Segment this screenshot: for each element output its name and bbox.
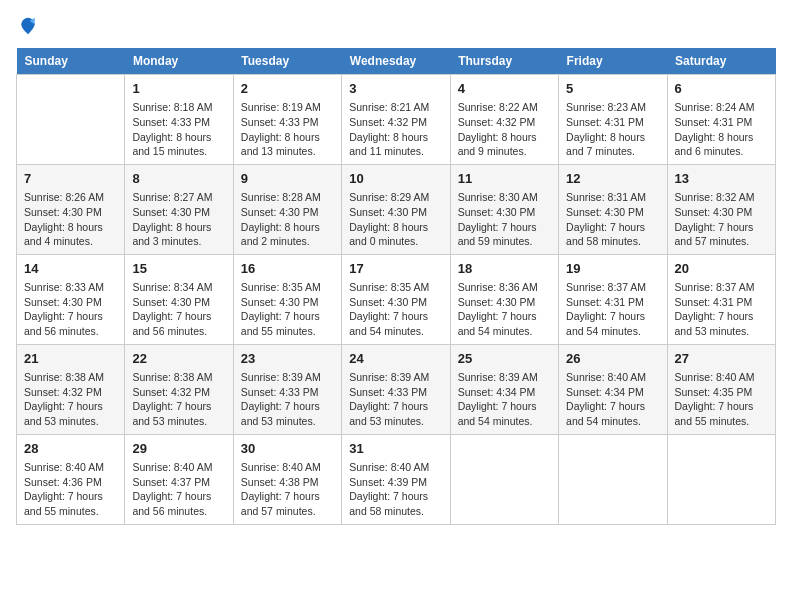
logo-icon: [18, 16, 38, 36]
calendar-cell: 18Sunrise: 8:36 AMSunset: 4:30 PMDayligh…: [450, 254, 558, 344]
day-number: 11: [458, 170, 551, 188]
daylight-text: Daylight: 8 hours and 11 minutes.: [349, 130, 442, 159]
day-number: 20: [675, 260, 768, 278]
sunrise-text: Sunrise: 8:34 AM: [132, 280, 225, 295]
sunset-text: Sunset: 4:32 PM: [458, 115, 551, 130]
day-number: 27: [675, 350, 768, 368]
sunrise-text: Sunrise: 8:29 AM: [349, 190, 442, 205]
sunset-text: Sunset: 4:32 PM: [349, 115, 442, 130]
daylight-text: Daylight: 7 hours and 53 minutes.: [132, 399, 225, 428]
daylight-text: Daylight: 7 hours and 54 minutes.: [566, 399, 659, 428]
calendar-cell: 8Sunrise: 8:27 AMSunset: 4:30 PMDaylight…: [125, 164, 233, 254]
calendar-cell: 7Sunrise: 8:26 AMSunset: 4:30 PMDaylight…: [17, 164, 125, 254]
sunrise-text: Sunrise: 8:39 AM: [458, 370, 551, 385]
sunset-text: Sunset: 4:30 PM: [675, 205, 768, 220]
day-number: 31: [349, 440, 442, 458]
daylight-text: Daylight: 8 hours and 0 minutes.: [349, 220, 442, 249]
calendar-cell: 27Sunrise: 8:40 AMSunset: 4:35 PMDayligh…: [667, 344, 775, 434]
calendar-week-row: 21Sunrise: 8:38 AMSunset: 4:32 PMDayligh…: [17, 344, 776, 434]
daylight-text: Daylight: 8 hours and 2 minutes.: [241, 220, 334, 249]
day-number: 13: [675, 170, 768, 188]
weekday-header-friday: Friday: [559, 48, 667, 75]
day-number: 22: [132, 350, 225, 368]
calendar-cell: 19Sunrise: 8:37 AMSunset: 4:31 PMDayligh…: [559, 254, 667, 344]
day-number: 26: [566, 350, 659, 368]
sunset-text: Sunset: 4:31 PM: [675, 115, 768, 130]
sunrise-text: Sunrise: 8:23 AM: [566, 100, 659, 115]
weekday-header-monday: Monday: [125, 48, 233, 75]
day-number: 5: [566, 80, 659, 98]
daylight-text: Daylight: 7 hours and 54 minutes.: [566, 309, 659, 338]
sunrise-text: Sunrise: 8:35 AM: [349, 280, 442, 295]
calendar-cell: 14Sunrise: 8:33 AMSunset: 4:30 PMDayligh…: [17, 254, 125, 344]
daylight-text: Daylight: 8 hours and 7 minutes.: [566, 130, 659, 159]
sunset-text: Sunset: 4:30 PM: [24, 295, 117, 310]
daylight-text: Daylight: 7 hours and 55 minutes.: [241, 309, 334, 338]
daylight-text: Daylight: 7 hours and 55 minutes.: [675, 399, 768, 428]
sunset-text: Sunset: 4:30 PM: [24, 205, 117, 220]
calendar-week-row: 1Sunrise: 8:18 AMSunset: 4:33 PMDaylight…: [17, 75, 776, 165]
logo: [16, 16, 38, 36]
day-number: 18: [458, 260, 551, 278]
day-number: 17: [349, 260, 442, 278]
sunrise-text: Sunrise: 8:38 AM: [24, 370, 117, 385]
calendar-cell: [559, 434, 667, 524]
calendar-cell: 20Sunrise: 8:37 AMSunset: 4:31 PMDayligh…: [667, 254, 775, 344]
daylight-text: Daylight: 8 hours and 6 minutes.: [675, 130, 768, 159]
day-number: 1: [132, 80, 225, 98]
sunrise-text: Sunrise: 8:28 AM: [241, 190, 334, 205]
calendar-table: SundayMondayTuesdayWednesdayThursdayFrid…: [16, 48, 776, 525]
sunrise-text: Sunrise: 8:40 AM: [349, 460, 442, 475]
daylight-text: Daylight: 7 hours and 58 minutes.: [349, 489, 442, 518]
daylight-text: Daylight: 7 hours and 53 minutes.: [349, 399, 442, 428]
weekday-header-tuesday: Tuesday: [233, 48, 341, 75]
sunset-text: Sunset: 4:30 PM: [349, 295, 442, 310]
sunset-text: Sunset: 4:30 PM: [458, 295, 551, 310]
calendar-cell: 29Sunrise: 8:40 AMSunset: 4:37 PMDayligh…: [125, 434, 233, 524]
calendar-cell: 13Sunrise: 8:32 AMSunset: 4:30 PMDayligh…: [667, 164, 775, 254]
calendar-cell: 31Sunrise: 8:40 AMSunset: 4:39 PMDayligh…: [342, 434, 450, 524]
sunset-text: Sunset: 4:31 PM: [566, 295, 659, 310]
sunrise-text: Sunrise: 8:32 AM: [675, 190, 768, 205]
calendar-cell: 26Sunrise: 8:40 AMSunset: 4:34 PMDayligh…: [559, 344, 667, 434]
calendar-cell: 15Sunrise: 8:34 AMSunset: 4:30 PMDayligh…: [125, 254, 233, 344]
sunset-text: Sunset: 4:38 PM: [241, 475, 334, 490]
calendar-week-row: 7Sunrise: 8:26 AMSunset: 4:30 PMDaylight…: [17, 164, 776, 254]
daylight-text: Daylight: 7 hours and 56 minutes.: [24, 309, 117, 338]
sunrise-text: Sunrise: 8:33 AM: [24, 280, 117, 295]
sunset-text: Sunset: 4:34 PM: [566, 385, 659, 400]
sunset-text: Sunset: 4:36 PM: [24, 475, 117, 490]
daylight-text: Daylight: 8 hours and 3 minutes.: [132, 220, 225, 249]
sunset-text: Sunset: 4:30 PM: [132, 205, 225, 220]
weekday-header-row: SundayMondayTuesdayWednesdayThursdayFrid…: [17, 48, 776, 75]
daylight-text: Daylight: 7 hours and 53 minutes.: [241, 399, 334, 428]
calendar-cell: [667, 434, 775, 524]
sunrise-text: Sunrise: 8:19 AM: [241, 100, 334, 115]
day-number: 21: [24, 350, 117, 368]
day-number: 14: [24, 260, 117, 278]
sunrise-text: Sunrise: 8:21 AM: [349, 100, 442, 115]
calendar-cell: 1Sunrise: 8:18 AMSunset: 4:33 PMDaylight…: [125, 75, 233, 165]
weekday-header-saturday: Saturday: [667, 48, 775, 75]
sunrise-text: Sunrise: 8:40 AM: [566, 370, 659, 385]
daylight-text: Daylight: 7 hours and 57 minutes.: [241, 489, 334, 518]
day-number: 30: [241, 440, 334, 458]
sunset-text: Sunset: 4:33 PM: [241, 385, 334, 400]
calendar-week-row: 14Sunrise: 8:33 AMSunset: 4:30 PMDayligh…: [17, 254, 776, 344]
day-number: 12: [566, 170, 659, 188]
day-number: 6: [675, 80, 768, 98]
sunrise-text: Sunrise: 8:40 AM: [675, 370, 768, 385]
sunset-text: Sunset: 4:31 PM: [566, 115, 659, 130]
page-header: [16, 16, 776, 36]
calendar-cell: 12Sunrise: 8:31 AMSunset: 4:30 PMDayligh…: [559, 164, 667, 254]
day-number: 24: [349, 350, 442, 368]
sunrise-text: Sunrise: 8:39 AM: [349, 370, 442, 385]
day-number: 2: [241, 80, 334, 98]
daylight-text: Daylight: 7 hours and 54 minutes.: [349, 309, 442, 338]
sunrise-text: Sunrise: 8:27 AM: [132, 190, 225, 205]
daylight-text: Daylight: 7 hours and 56 minutes.: [132, 309, 225, 338]
sunset-text: Sunset: 4:39 PM: [349, 475, 442, 490]
calendar-cell: [17, 75, 125, 165]
calendar-cell: 2Sunrise: 8:19 AMSunset: 4:33 PMDaylight…: [233, 75, 341, 165]
calendar-cell: 11Sunrise: 8:30 AMSunset: 4:30 PMDayligh…: [450, 164, 558, 254]
